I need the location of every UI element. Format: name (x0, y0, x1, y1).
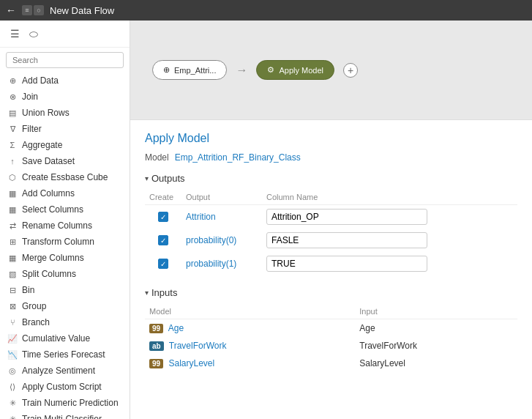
sidebar-label-save-dataset: Save Dataset (22, 156, 75, 166)
sidebar-label-select-columns: Select Columns (22, 204, 83, 215)
sidebar-icon-cumulative-value: 📈 (7, 334, 18, 344)
sidebar-menu-icon[interactable]: ☰ (7, 26, 22, 41)
sidebar-icon-union-rows: ▤ (7, 108, 18, 118)
output-name-0[interactable]: Attrition (186, 212, 216, 222)
sidebar-item-merge-columns[interactable]: ▦Merge Columns (0, 250, 130, 266)
content-area: ⊕ Emp_Attri... → ⚙ Apply Model + Apply M… (130, 21, 532, 419)
flow-node-emp-attr[interactable]: ⊕ Emp_Attri... (152, 60, 227, 80)
sidebar: ☰ ⬭ ⊕Add Data⊗Join▤Union Rows∇FilterΣAgg… (0, 21, 130, 419)
sidebar-label-transform-column: Transform Column (22, 237, 94, 247)
menu-icon[interactable]: ≡ (22, 5, 32, 15)
sidebar-icon-save-dataset: ↑ (7, 157, 18, 166)
sidebar-item-analyze-sentiment[interactable]: ◎Analyze Sentiment (0, 363, 130, 379)
flow-canvas: ⊕ Emp_Attri... → ⚙ Apply Model + (130, 21, 532, 119)
sidebar-item-bin[interactable]: ⊟Bin (0, 282, 130, 298)
sidebar-item-filter[interactable]: ∇Filter (0, 121, 130, 137)
sidebar-item-save-dataset[interactable]: ↑Save Dataset (0, 153, 130, 169)
output-checkbox-2[interactable]: ✓ (158, 259, 168, 269)
input-badge-2: 99 (149, 359, 163, 368)
sidebar-icon-split-columns: ▧ (7, 270, 18, 279)
flow-arrow: → (236, 64, 247, 77)
inputs-title: Inputs (151, 287, 177, 298)
sidebar-label-branch: Branch (22, 317, 50, 327)
sidebar-label-join: Join (22, 92, 38, 102)
sidebar-item-transform-column[interactable]: ⊞Transform Column (0, 234, 130, 250)
sidebar-icon-merge-columns: ▦ (7, 253, 18, 263)
sidebar-item-union-rows[interactable]: ▤Union Rows (0, 105, 130, 121)
sidebar-item-time-series[interactable]: 📉Time Series Forecast (0, 346, 130, 363)
sidebar-label-analyze-sentiment: Analyze Sentiment (22, 366, 95, 376)
output-row-1: ✓ probability(0) (145, 229, 517, 252)
output-row-2: ✓ probability(1) (145, 252, 517, 275)
input-badge-0: 99 (149, 324, 163, 333)
output-checkbox-0[interactable]: ✓ (158, 212, 168, 222)
input-badge-1: ab (149, 341, 164, 351)
sidebar-item-train-multi-classifier[interactable]: ✳Train Multi-Classifier (0, 411, 130, 419)
sidebar-item-apply-custom-script[interactable]: ⟨⟩Apply Custom Script (0, 379, 130, 395)
flow-node-apply-model[interactable]: ⚙ Apply Model (256, 60, 334, 80)
inputs-toggle[interactable]: ▾ (145, 289, 149, 297)
sidebar-icon-analyze-sentiment: ◎ (7, 366, 18, 376)
outputs-toggle[interactable]: ▾ (145, 174, 149, 182)
col-name-input-1[interactable] (266, 232, 427, 248)
sidebar-item-rename-columns[interactable]: ⇄Rename Columns (0, 218, 130, 234)
sidebar-icon-aggregate: Σ (7, 141, 18, 149)
sidebar-item-select-columns[interactable]: ▦Select Columns (0, 201, 130, 218)
sidebar-item-add-data[interactable]: ⊕Add Data (0, 73, 130, 89)
sidebar-shape-icon[interactable]: ⬭ (26, 26, 41, 41)
sidebar-icon-time-series: 📉 (7, 350, 18, 360)
output-row-0: ✓ Attrition (145, 205, 517, 229)
sidebar-item-train-numeric[interactable]: ✳Train Numeric Prediction (0, 395, 130, 411)
sidebar-item-branch[interactable]: ⑂Branch (0, 314, 130, 330)
inputs-col-input: Input (355, 304, 517, 319)
inputs-header[interactable]: ▾ Inputs (145, 287, 517, 298)
sidebar-label-time-series: Time Series Forecast (22, 349, 105, 360)
sidebar-label-rename-columns: Rename Columns (22, 220, 92, 231)
col-name-input-2[interactable] (266, 256, 427, 272)
sidebar-list: ⊕Add Data⊗Join▤Union Rows∇FilterΣAggrega… (0, 73, 130, 419)
panel-heading: Apply Model (145, 132, 517, 145)
input-model-name-1[interactable]: TravelForWork (169, 341, 227, 351)
col-header-create: Create (145, 190, 181, 205)
sidebar-item-split-columns[interactable]: ▧Split Columns (0, 266, 130, 282)
apply-node-icon: ⚙ (267, 65, 274, 75)
sidebar-item-join[interactable]: ⊗Join (0, 89, 130, 105)
input-value-1: TravelForWork (355, 337, 517, 355)
model-row: Model Emp_Attrition_RF_Binary_Class (145, 152, 517, 163)
sidebar-label-merge-columns: Merge Columns (22, 253, 84, 263)
outputs-table: Create Output Column Name ✓ Attrition ✓ … (145, 190, 517, 275)
input-model-name-0[interactable]: Age (168, 323, 184, 333)
output-name-1[interactable]: probability(0) (186, 235, 236, 245)
sidebar-icon-branch: ⑂ (7, 318, 18, 327)
add-node-button[interactable]: + (343, 63, 358, 78)
sidebar-item-add-columns[interactable]: ▦Add Columns (0, 185, 130, 201)
sidebar-label-cumulative-value: Cumulative Value (22, 333, 90, 344)
back-button[interactable]: ← (6, 4, 16, 16)
outputs-header[interactable]: ▾ Outputs (145, 173, 517, 184)
shape-icon[interactable]: ○ (34, 5, 44, 15)
panel-title-highlight: Model (177, 132, 209, 144)
input-model-name-2[interactable]: SalaryLevel (168, 358, 214, 368)
sidebar-toolbar: ☰ ⬭ (0, 21, 130, 48)
sidebar-icon-rename-columns: ⇄ (7, 221, 18, 231)
inputs-section: ▾ Inputs Model Input 99 Age Age ab (145, 287, 517, 372)
sidebar-icon-add-columns: ▦ (7, 189, 18, 199)
model-link[interactable]: Emp_Attrition_RF_Binary_Class (175, 152, 301, 163)
sidebar-icon-join: ⊗ (7, 92, 18, 102)
sidebar-item-aggregate[interactable]: ΣAggregate (0, 137, 130, 153)
sidebar-icon-filter: ∇ (7, 125, 18, 134)
output-name-2[interactable]: probability(1) (186, 259, 236, 269)
outputs-title: Outputs (151, 173, 185, 184)
sidebar-item-cumulative-value[interactable]: 📈Cumulative Value (0, 330, 130, 346)
toolbar-icons: ≡ ○ (22, 5, 44, 15)
col-header-colname: Column Name (262, 190, 517, 205)
sidebar-label-create-essbase: Create Essbase Cube (22, 172, 108, 182)
sidebar-label-bin: Bin (22, 285, 34, 295)
search-input[interactable] (6, 52, 124, 68)
sidebar-label-train-numeric: Train Numeric Prediction (22, 398, 119, 408)
sidebar-item-create-essbase[interactable]: ⬡Create Essbase Cube (0, 169, 130, 185)
sidebar-item-group[interactable]: ⊠Group (0, 298, 130, 314)
output-checkbox-1[interactable]: ✓ (158, 235, 168, 245)
col-name-input-0[interactable] (266, 209, 427, 225)
sidebar-label-add-columns: Add Columns (22, 188, 75, 199)
